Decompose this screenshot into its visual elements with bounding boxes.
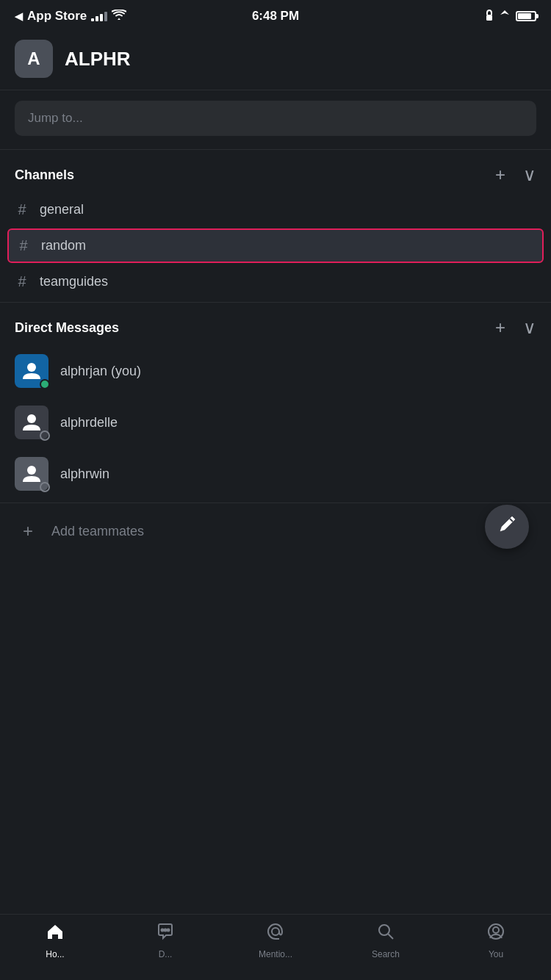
back-arrow-icon: ◀ bbox=[15, 10, 23, 22]
add-teammates-label: Add teammates bbox=[51, 524, 144, 539]
svg-point-4 bbox=[162, 929, 164, 932]
status-time: 6:48 PM bbox=[252, 9, 299, 24]
dm-actions: + ∨ bbox=[495, 317, 536, 338]
compose-icon bbox=[497, 515, 516, 538]
divider-1 bbox=[0, 149, 551, 150]
svg-point-7 bbox=[272, 928, 279, 935]
channel-item-teamguides[interactable]: # teamguides bbox=[0, 264, 551, 299]
app-header: A ALPHR bbox=[0, 32, 551, 90]
status-carrier: ◀ App Store bbox=[15, 9, 126, 24]
search-icon bbox=[376, 922, 395, 946]
divider-3 bbox=[0, 502, 551, 503]
lock-icon bbox=[485, 10, 494, 24]
status-dot-online bbox=[40, 379, 50, 389]
svg-point-8 bbox=[379, 925, 389, 935]
location-icon bbox=[500, 10, 510, 24]
dm-section-header: Direct Messages + ∨ bbox=[0, 306, 551, 345]
add-plus-icon: + bbox=[15, 518, 41, 544]
avatar-alphrdelle bbox=[15, 406, 48, 439]
nav-label-dms: D... bbox=[159, 949, 173, 959]
status-dot-offline bbox=[40, 482, 50, 492]
nav-item-mentions[interactable]: Mentio... bbox=[220, 922, 331, 959]
channel-item-general[interactable]: # general bbox=[0, 192, 551, 227]
status-bar: ◀ App Store 6:48 PM bbox=[0, 0, 551, 32]
avatar-alphrjan bbox=[15, 354, 48, 388]
svg-point-3 bbox=[27, 466, 36, 475]
compose-fab-button[interactable] bbox=[485, 505, 529, 549]
wifi-icon bbox=[112, 10, 126, 23]
dm-item-alphrdelle[interactable]: alphrdelle bbox=[0, 397, 551, 448]
nav-label-mentions: Mentio... bbox=[259, 949, 292, 959]
add-channel-button[interactable]: + bbox=[495, 165, 505, 185]
svg-line-9 bbox=[389, 934, 394, 940]
status-icons bbox=[485, 10, 536, 24]
channel-name: random bbox=[41, 238, 86, 253]
bottom-navigation: Ho... D... Mentio... bbox=[0, 914, 551, 980]
avatar-alphrwin bbox=[15, 457, 48, 491]
channels-title: Channels bbox=[15, 167, 74, 183]
channel-name: general bbox=[40, 202, 84, 217]
svg-point-1 bbox=[27, 363, 36, 372]
svg-point-11 bbox=[493, 927, 499, 933]
svg-point-2 bbox=[27, 414, 36, 423]
main-content: Jump to... Channels + ∨ # general # rand… bbox=[0, 90, 551, 622]
jump-to-container[interactable]: Jump to... bbox=[0, 90, 551, 146]
channel-item-random[interactable]: # random bbox=[7, 228, 544, 263]
mentions-icon bbox=[266, 922, 285, 946]
dm-name-alphrdelle: alphrdelle bbox=[60, 415, 118, 430]
dm-item-alphrjan[interactable]: alphrjan (you) bbox=[0, 345, 551, 397]
hash-icon: # bbox=[16, 237, 31, 254]
nav-label-home: Ho... bbox=[46, 949, 64, 959]
svg-rect-0 bbox=[486, 15, 492, 21]
dm-name-alphrwin: alphrwin bbox=[60, 466, 109, 482]
nav-label-you: You bbox=[489, 949, 503, 959]
collapse-channels-button[interactable]: ∨ bbox=[523, 165, 536, 185]
home-icon bbox=[46, 922, 65, 946]
nav-label-search: Search bbox=[372, 949, 400, 959]
carrier-label: App Store bbox=[27, 9, 87, 24]
add-dm-button[interactable]: + bbox=[495, 317, 505, 338]
status-dot-offline bbox=[40, 430, 50, 441]
hash-icon: # bbox=[15, 273, 29, 290]
dms-icon bbox=[156, 922, 175, 946]
hash-icon: # bbox=[15, 201, 29, 218]
divider-2 bbox=[0, 302, 551, 303]
svg-point-5 bbox=[165, 929, 167, 932]
collapse-dm-button[interactable]: ∨ bbox=[523, 317, 536, 338]
channel-name: teamguides bbox=[40, 274, 108, 289]
dm-item-alphrwin[interactable]: alphrwin bbox=[0, 448, 551, 500]
nav-item-search[interactable]: Search bbox=[331, 922, 441, 959]
you-icon bbox=[486, 922, 505, 946]
jump-to-input[interactable]: Jump to... bbox=[15, 101, 536, 136]
channels-actions: + ∨ bbox=[495, 165, 536, 185]
workspace-name: ALPHR bbox=[65, 48, 131, 71]
battery-icon bbox=[516, 11, 536, 21]
dm-title: Direct Messages bbox=[15, 320, 119, 336]
signal-bars-icon bbox=[91, 11, 107, 21]
svg-point-6 bbox=[168, 929, 170, 932]
add-teammates-row[interactable]: + Add teammates bbox=[0, 506, 551, 556]
jump-to-placeholder: Jump to... bbox=[28, 111, 83, 126]
nav-item-you[interactable]: You bbox=[441, 922, 551, 959]
workspace-icon: A bbox=[15, 40, 53, 78]
dm-name-alphrjan: alphrjan (you) bbox=[60, 364, 141, 379]
nav-item-dms[interactable]: D... bbox=[110, 922, 220, 959]
nav-item-home[interactable]: Ho... bbox=[0, 922, 110, 959]
channels-section-header: Channels + ∨ bbox=[0, 153, 551, 192]
